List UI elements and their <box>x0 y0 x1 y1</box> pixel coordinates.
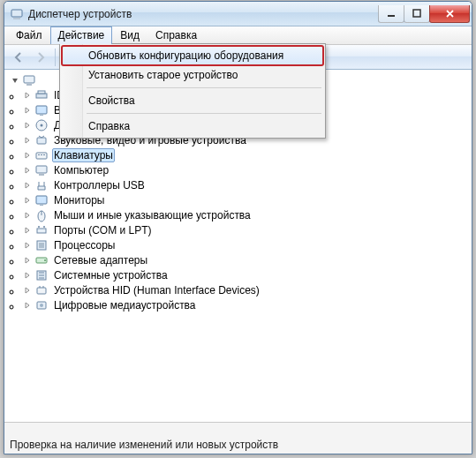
svg-rect-4 <box>24 76 34 83</box>
device-category-icon <box>34 208 49 222</box>
svg-point-11 <box>41 124 43 126</box>
maximize-button[interactable] <box>404 5 430 23</box>
forward-button[interactable] <box>30 48 51 67</box>
svg-rect-20 <box>40 205 43 206</box>
svg-rect-23 <box>37 229 46 233</box>
tree-item-label: Цифровые медиаустройства <box>52 298 198 312</box>
dropdown-separator <box>87 113 321 114</box>
menu-update-config[interactable]: Обновить конфигурацию оборудования <box>62 46 323 65</box>
expand-icon[interactable] <box>22 165 33 176</box>
device-category-icon <box>34 118 49 132</box>
menu-properties[interactable]: Свойства <box>62 91 323 110</box>
svg-rect-12 <box>37 138 46 144</box>
menu-help[interactable]: Справка <box>62 116 323 136</box>
device-category-icon <box>34 283 49 297</box>
tree-root-label <box>40 79 43 81</box>
tree-item[interactable]: Порты (COM и LPT) <box>22 222 472 237</box>
expand-icon[interactable] <box>22 225 33 236</box>
statusbar-text: Проверка на наличие изменений или новых … <box>10 439 278 451</box>
device-category-icon <box>34 253 49 267</box>
device-category-icon <box>34 238 49 252</box>
svg-rect-31 <box>37 288 46 294</box>
menu-view[interactable]: Вид <box>112 26 147 44</box>
menu-properties-label: Свойства <box>88 94 135 107</box>
expand-icon[interactable] <box>22 270 33 281</box>
svg-rect-5 <box>26 84 32 86</box>
tree-item-label: Системные устройства <box>52 268 170 282</box>
tree-item[interactable]: Контроллеры USB <box>22 177 472 192</box>
app-icon <box>10 7 24 21</box>
svg-rect-16 <box>43 154 45 155</box>
close-button[interactable] <box>429 5 470 23</box>
tree-item[interactable]: Системные устройства <box>22 267 472 282</box>
svg-point-33 <box>40 304 43 307</box>
device-category-icon <box>34 298 49 312</box>
tree-item[interactable]: Мыши и иные указывающие устройства <box>22 207 472 222</box>
expand-icon[interactable] <box>22 180 33 191</box>
tree-item-label: Контроллеры USB <box>52 178 147 192</box>
expand-icon[interactable] <box>22 105 33 116</box>
device-category-icon <box>34 193 49 207</box>
tree-item-label: Мониторы <box>52 193 106 207</box>
expand-icon[interactable] <box>22 285 33 296</box>
svg-rect-15 <box>41 154 42 155</box>
menu-help-label: Справка <box>88 120 130 132</box>
menu-action[interactable]: Действие <box>50 26 113 44</box>
tree-item-label: Сетевые адаптеры <box>52 253 149 267</box>
tree-item[interactable]: Устройства HID (Human Interface Devices) <box>22 282 472 297</box>
tree-item-label: Компьютер <box>52 163 110 177</box>
expand-icon[interactable] <box>22 90 33 101</box>
svg-rect-17 <box>36 166 47 173</box>
svg-point-24 <box>38 226 40 228</box>
tree-item-label: Порты (COM и LPT) <box>52 223 154 237</box>
svg-rect-18 <box>39 174 44 176</box>
tree-item-label: Устройства HID (Human Interface Devices) <box>52 283 261 297</box>
device-category-icon <box>34 133 49 147</box>
menu-install-legacy[interactable]: Установить старое устройство <box>62 65 323 85</box>
svg-point-29 <box>44 259 46 261</box>
expand-icon[interactable] <box>22 300 33 311</box>
statusbar: Проверка на наличие изменений или новых … <box>4 422 472 454</box>
svg-rect-13 <box>36 153 47 159</box>
device-category-icon <box>34 88 49 102</box>
expand-icon[interactable] <box>22 210 33 221</box>
dropdown-separator <box>87 87 321 88</box>
expand-icon[interactable] <box>22 255 33 266</box>
menu-update-config-label: Обновить конфигурацию оборудования <box>88 49 283 62</box>
device-category-icon <box>34 103 49 117</box>
tree-item[interactable]: Мониторы <box>22 192 472 207</box>
svg-rect-9 <box>40 115 43 116</box>
tree-item[interactable]: Процессоры <box>22 237 472 252</box>
svg-rect-6 <box>36 94 47 98</box>
menu-help[interactable]: Справка <box>147 26 205 44</box>
svg-rect-3 <box>413 10 420 17</box>
device-category-icon <box>34 268 49 282</box>
svg-rect-27 <box>39 243 44 248</box>
tree-item[interactable]: Компьютер <box>22 162 472 177</box>
device-category-icon <box>34 178 49 192</box>
tree-item-label: Процессоры <box>52 238 117 252</box>
action-dropdown: Обновить конфигурацию оборудования Устан… <box>59 43 326 139</box>
tree-item[interactable]: Сетевые адаптеры <box>22 252 472 267</box>
expand-icon[interactable] <box>22 150 33 161</box>
device-category-icon <box>34 223 49 237</box>
expand-icon[interactable] <box>22 120 33 131</box>
tree-item[interactable]: Клавиатуры <box>22 147 472 162</box>
tree-item[interactable]: Цифровые медиаустройства <box>22 297 472 312</box>
svg-rect-0 <box>11 10 22 17</box>
menu-file[interactable]: Файл <box>8 26 50 44</box>
toolbar-separator <box>55 49 56 66</box>
menubar: Файл Действие Вид Справка <box>4 26 472 45</box>
expand-icon[interactable] <box>22 135 33 146</box>
svg-rect-7 <box>38 91 45 94</box>
collapse-icon[interactable] <box>10 75 20 86</box>
svg-rect-14 <box>38 154 40 155</box>
svg-rect-19 <box>36 196 47 204</box>
back-button[interactable] <box>8 48 29 67</box>
expand-icon[interactable] <box>22 195 33 206</box>
menu-install-legacy-label: Установить старое устройство <box>88 69 238 81</box>
svg-rect-2 <box>388 15 395 17</box>
minimize-button[interactable] <box>378 5 404 23</box>
expand-icon[interactable] <box>22 240 33 251</box>
titlebar[interactable]: Диспетчер устройств <box>4 2 472 26</box>
